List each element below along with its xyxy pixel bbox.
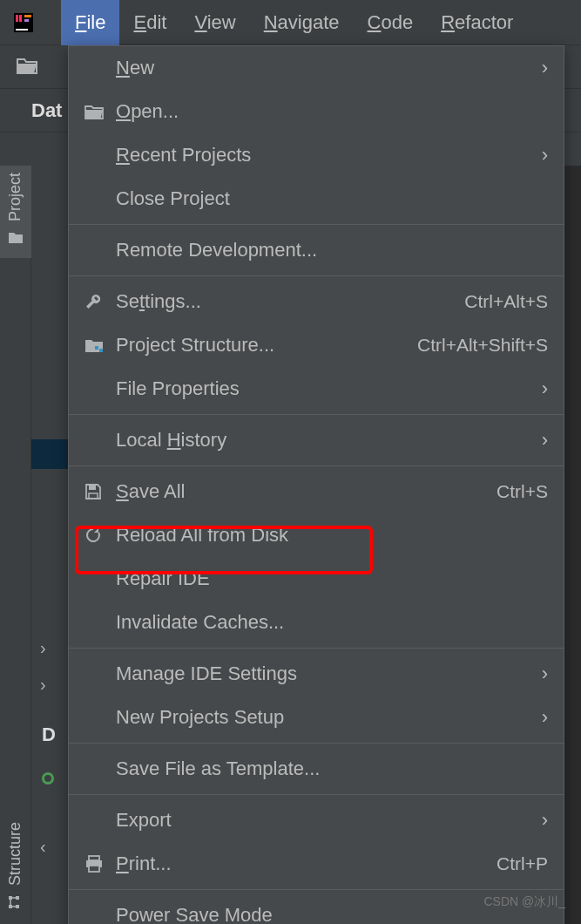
submenu-arrow-icon: › (542, 706, 548, 729)
open-folder-icon (84, 104, 116, 119)
chevron-right-icon[interactable]: › (40, 638, 46, 658)
save-icon (84, 483, 116, 500)
menu-separator (69, 465, 564, 466)
menu-separator (69, 414, 564, 415)
menu-item-label: New Projects Setup (116, 706, 535, 729)
structure-icon (8, 894, 24, 914)
menu-file[interactable]: File (61, 0, 119, 45)
tree-label: D (42, 724, 56, 746)
menu-close-project[interactable]: Close Project (69, 177, 564, 221)
menu-view[interactable]: View (180, 0, 249, 45)
svg-rect-12 (89, 485, 96, 490)
svg-rect-1 (16, 15, 18, 22)
shortcut-label: Ctrl+Alt+Shift+S (417, 335, 548, 356)
wrench-icon (84, 293, 116, 310)
chevron-right-icon[interactable]: › (40, 675, 46, 695)
menu-separator (69, 794, 564, 795)
run-indicator-icon (42, 772, 54, 785)
menu-export[interactable]: Export› (69, 798, 564, 842)
submenu-arrow-icon: › (542, 144, 548, 166)
menu-item-label: Print... (116, 853, 497, 875)
folder-icon (8, 230, 24, 248)
shortcut-label: Ctrl+Alt+S (464, 291, 548, 312)
menu-item-label: File Properties (116, 377, 535, 400)
menu-separator (69, 743, 564, 744)
menu-item-label: Settings... (116, 290, 464, 313)
menu-item-label: Save All (116, 480, 497, 503)
svg-rect-9 (16, 905, 19, 908)
menubar: File Edit View Navigate Code Refactor (0, 0, 581, 45)
menu-item-label: Manage IDE Settings (116, 662, 535, 685)
shortcut-label: Ctrl+P (497, 853, 548, 874)
menu-separator (69, 648, 564, 649)
shortcut-label: Ctrl+S (497, 481, 548, 502)
menu-item-label: New (116, 57, 535, 79)
submenu-arrow-icon: › (542, 377, 548, 400)
svg-rect-10 (95, 346, 98, 350)
app-icon (10, 10, 37, 36)
project-tree-strip: › › D ‹ (31, 166, 70, 924)
menu-item-label: Close Project (116, 187, 548, 210)
menu-item-label: Remote Development... (116, 239, 548, 262)
svg-rect-16 (89, 866, 99, 872)
menu-repair-ide[interactable]: Repair IDE (69, 557, 564, 601)
menu-new-projects-setup[interactable]: New Projects Setup› (69, 696, 564, 739)
menu-item-label: Export (116, 809, 535, 832)
menu-project-structure[interactable]: Project Structure...Ctrl+Alt+Shift+S (69, 323, 564, 367)
menu-reload-all-from-disk[interactable]: Reload All from Disk (69, 513, 564, 557)
svg-rect-2 (19, 15, 22, 22)
svg-rect-4 (24, 19, 29, 22)
submenu-arrow-icon: › (542, 662, 548, 685)
menu-item-label: Invalidate Caches... (116, 611, 548, 634)
rail-structure[interactable]: Structure (6, 815, 24, 924)
rail-project[interactable]: Project (0, 166, 31, 258)
left-arrow-icon[interactable]: ‹ (40, 837, 46, 857)
svg-rect-6 (9, 896, 12, 900)
menu-save-all[interactable]: Save AllCtrl+S (69, 470, 564, 513)
menu-open[interactable]: Open... (69, 90, 564, 133)
svg-rect-14 (89, 856, 99, 860)
menu-item-label: Local History (116, 429, 535, 452)
watermark: CSDN @冰川_ (483, 894, 565, 910)
menu-save-file-as-template[interactable]: Save File as Template... (69, 747, 564, 791)
svg-rect-8 (16, 896, 19, 900)
submenu-arrow-icon: › (542, 809, 548, 832)
menu-item-label: Recent Projects (116, 144, 535, 166)
menu-separator (69, 224, 564, 225)
menu-remote-development[interactable]: Remote Development... (69, 228, 564, 272)
menu-local-history[interactable]: Local History› (69, 418, 564, 462)
svg-rect-5 (16, 29, 28, 31)
menu-recent-projects[interactable]: Recent Projects› (69, 133, 564, 177)
menu-item-label: Open... (116, 100, 548, 123)
menu-separator (69, 889, 564, 890)
menu-file-properties[interactable]: File Properties› (69, 367, 564, 411)
svg-rect-11 (99, 349, 103, 352)
submenu-arrow-icon: › (542, 57, 548, 79)
menu-item-label: Repair IDE (116, 567, 548, 590)
menu-item-label: Reload All from Disk (116, 524, 548, 547)
project-structure-icon (84, 337, 116, 353)
menu-refactor[interactable]: Refactor (427, 0, 527, 45)
menu-code[interactable]: Code (354, 0, 428, 45)
svg-rect-7 (9, 905, 12, 908)
tree-selection (31, 439, 69, 469)
reload-icon (84, 527, 116, 544)
file-menu-dropdown: New›Open...Recent Projects›Close Project… (68, 45, 564, 924)
menu-separator (69, 275, 564, 276)
menu-settings[interactable]: Settings...Ctrl+Alt+S (69, 280, 564, 323)
svg-rect-13 (89, 493, 98, 499)
svg-rect-3 (24, 15, 31, 17)
open-folder-icon[interactable] (16, 56, 38, 78)
menu-item-label: Save File as Template... (116, 758, 548, 780)
submenu-arrow-icon: › (542, 429, 548, 452)
menu-manage-ide-settings[interactable]: Manage IDE Settings› (69, 652, 564, 696)
menu-item-label: Project Structure... (116, 334, 417, 357)
left-tool-rail: Project Structure (0, 166, 31, 924)
menu-edit[interactable]: Edit (119, 0, 180, 45)
menu-navigate[interactable]: Navigate (250, 0, 354, 45)
menu-invalidate-caches[interactable]: Invalidate Caches... (69, 601, 564, 644)
menu-new[interactable]: New› (69, 46, 564, 90)
menu-print[interactable]: Print...Ctrl+P (69, 842, 564, 886)
print-icon (84, 855, 116, 873)
breadcrumb-text: Dat (31, 99, 62, 122)
